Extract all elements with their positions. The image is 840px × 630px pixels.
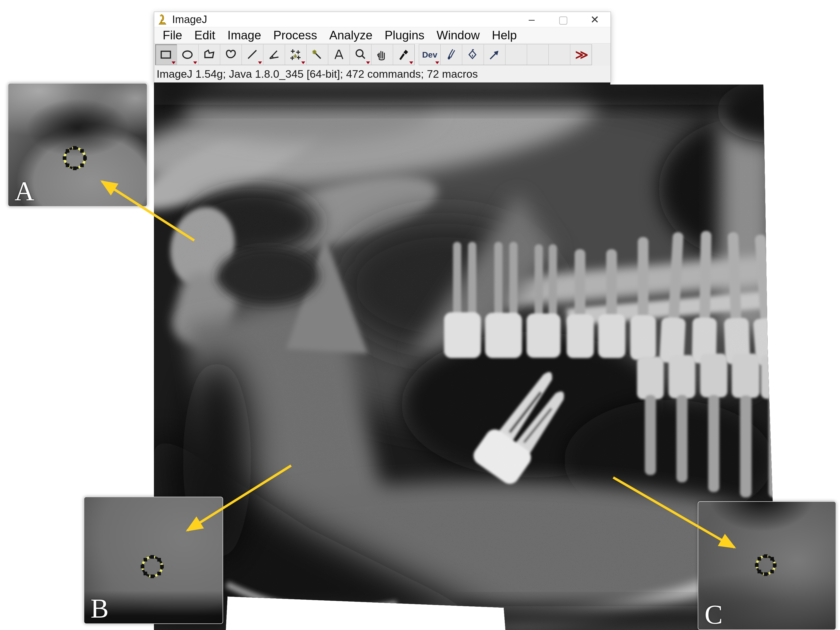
line-icon [246, 48, 259, 62]
wand-tool-button[interactable] [306, 44, 328, 65]
wand-icon [311, 48, 324, 62]
figure-page: A B C [0, 0, 840, 630]
multipoint-icon [289, 48, 303, 62]
inset-a-label: A [14, 177, 34, 205]
menu-process[interactable]: Process [267, 28, 324, 42]
radiograph-render [154, 82, 777, 630]
arrow-icon [488, 48, 501, 62]
window-title: ImageJ [172, 13, 207, 25]
dev-tools-button[interactable]: Dev [419, 44, 441, 65]
point-tool-button[interactable] [285, 44, 306, 65]
inset-b-label: B [90, 595, 109, 622]
brush-icon [445, 48, 458, 62]
flood-fill-tool-button[interactable] [462, 44, 484, 65]
inset-a-condyle: A [8, 83, 147, 207]
status-text: ImageJ 1.54g; Java 1.8.0_345 [64-bit]; 4… [156, 68, 478, 81]
menu-analyze[interactable]: Analyze [323, 28, 379, 42]
inset-c-mental-region: C [698, 501, 836, 630]
arrow-tool-button[interactable] [483, 44, 505, 65]
text-icon [332, 48, 346, 62]
polygon-tool-button[interactable] [198, 44, 220, 65]
menu-window[interactable]: Window [430, 28, 486, 42]
dropdown-triangle-icon [258, 62, 262, 64]
inset-b-gonial-angle: B [84, 497, 223, 624]
dropper-tool-button[interactable] [393, 44, 415, 65]
dropdown-triangle-icon [409, 62, 413, 64]
close-button[interactable]: ✕ [579, 12, 611, 27]
brush-tool-button[interactable] [441, 44, 462, 65]
toolbar: Dev [154, 43, 611, 66]
maximize-button[interactable]: ▢ [548, 12, 579, 27]
polygon-icon [202, 48, 216, 62]
hand-tool-button[interactable] [371, 44, 393, 65]
menu-plugins[interactable]: Plugins [379, 28, 430, 42]
menu-image[interactable]: Image [221, 28, 267, 42]
magnifier-icon [354, 48, 367, 62]
empty-tool-slot[interactable] [505, 44, 527, 65]
freehand-tool-button[interactable] [220, 44, 242, 65]
oval-icon [181, 48, 194, 62]
flood-fill-icon [466, 48, 480, 62]
dropdown-triangle-icon [366, 62, 370, 64]
zoom-tool-button[interactable] [350, 44, 371, 65]
dropper-icon [397, 48, 411, 62]
more-tools-button[interactable]: ≫ [570, 44, 592, 65]
rectangle-icon [159, 48, 173, 62]
hand-icon [375, 48, 389, 62]
freehand-icon [224, 48, 238, 62]
imagej-titlebar[interactable]: ImageJ – ▢ ✕ [154, 12, 611, 27]
status-bar: ImageJ 1.54g; Java 1.8.0_345 [64-bit]; 4… [154, 66, 611, 82]
empty-tool-slot[interactable] [548, 44, 570, 65]
minimize-button[interactable]: – [516, 12, 548, 27]
imagej-window: ImageJ – ▢ ✕ File Edit Image Process Ana… [154, 12, 611, 82]
dropdown-triangle-icon [435, 62, 439, 64]
imagej-microscope-icon [158, 14, 168, 25]
more-tools-chevrons-icon: ≫ [575, 47, 587, 62]
menu-file[interactable]: File [156, 28, 188, 42]
panoramic-radiograph [154, 82, 777, 630]
menubar: File Edit Image Process Analyze Plugins … [154, 27, 611, 43]
angle-tool-button[interactable] [263, 44, 285, 65]
line-tool-button[interactable] [242, 44, 264, 65]
dev-label: Dev [422, 50, 437, 60]
dropdown-triangle-icon [193, 62, 197, 64]
oval-tool-button[interactable] [177, 44, 199, 65]
inset-c-label: C [704, 601, 723, 628]
empty-tool-slot[interactable] [527, 44, 549, 65]
rectangle-tool-button[interactable] [155, 44, 177, 65]
dropdown-triangle-icon [172, 62, 175, 64]
menu-edit[interactable]: Edit [188, 28, 221, 42]
dropdown-triangle-icon [301, 62, 305, 64]
menu-help[interactable]: Help [486, 28, 523, 42]
angle-icon [267, 48, 281, 62]
text-tool-button[interactable] [328, 44, 350, 65]
